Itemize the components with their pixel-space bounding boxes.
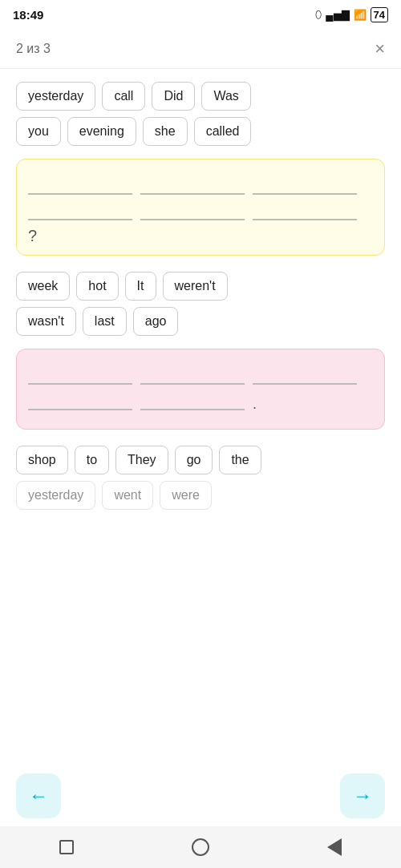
back-nav-button[interactable]: [322, 835, 346, 859]
chips-row-3: week hot It weren't: [16, 272, 385, 301]
chips-row-1: yesterday call Did Was: [16, 82, 385, 111]
slot-line-1c-top: [253, 172, 357, 195]
chip-the[interactable]: the: [219, 446, 261, 474]
close-button[interactable]: ×: [375, 38, 385, 59]
slot-line-2a-top: [28, 362, 132, 385]
slot-line-2c-top: [253, 362, 357, 385]
status-bar: 18:49 ⬯ ▄▅▇ 📶 74: [0, 0, 401, 29]
chip-last[interactable]: last: [83, 307, 127, 336]
recents-button[interactable]: [55, 835, 79, 859]
chips-row-2: you evening she called: [16, 117, 385, 146]
chip-called[interactable]: called: [194, 117, 252, 146]
android-nav-bar: [0, 826, 401, 868]
chip-was[interactable]: Was: [201, 82, 250, 111]
answer-box-1: ?: [16, 159, 385, 256]
chip-go[interactable]: go: [175, 446, 213, 474]
chip-did[interactable]: Did: [152, 82, 195, 111]
forward-button[interactable]: →: [340, 773, 385, 818]
nav-bar: 2 из 3 ×: [0, 29, 401, 69]
slots-row-2: .: [28, 362, 373, 413]
bluetooth-icon: ⬯: [315, 8, 322, 21]
chip-week[interactable]: week: [16, 272, 70, 301]
status-time: 18:49: [13, 8, 43, 22]
square-icon: [59, 840, 74, 854]
status-icons: ⬯ ▄▅▇ 📶 74: [315, 7, 388, 22]
main-content: yesterday call Did Was you evening she c…: [0, 69, 401, 535]
chip-were[interactable]: were: [160, 481, 212, 510]
home-button[interactable]: [188, 835, 213, 859]
slot-line-2b-bot: [140, 393, 245, 410]
slot-line-2a-bot: [28, 393, 132, 410]
section3-chips: shop to They go the yesterday went were: [16, 446, 385, 510]
chips-row-4: wasn't last ago: [16, 307, 385, 336]
back-button[interactable]: ←: [16, 773, 61, 818]
chip-shop[interactable]: shop: [16, 446, 68, 474]
chip-it[interactable]: It: [125, 272, 156, 301]
chips-row-6: yesterday went were: [16, 481, 385, 510]
answer-box-2: .: [16, 349, 385, 430]
slot-line-1b-bot: [140, 203, 245, 220]
chip-you[interactable]: you: [16, 117, 61, 146]
slot-1a: [28, 172, 132, 220]
chip-wasnt[interactable]: wasn't: [16, 307, 76, 336]
triangle-icon: [327, 838, 342, 856]
chip-hot[interactable]: hot: [76, 272, 118, 301]
battery-indicator: 74: [371, 7, 388, 22]
chip-went[interactable]: went: [102, 481, 153, 510]
chip-yesterday2[interactable]: yesterday: [16, 481, 95, 510]
slot-line-1b-top: [140, 172, 245, 195]
signal-icon: ▄▅▇: [326, 9, 349, 21]
chip-call[interactable]: call: [102, 82, 145, 111]
chip-ago[interactable]: ago: [133, 307, 179, 336]
slot-line-1c-bot: [253, 203, 357, 220]
question-mark: ?: [28, 227, 373, 245]
wifi-icon: 📶: [354, 9, 367, 21]
slot-1b: [140, 172, 245, 220]
chip-to[interactable]: to: [75, 446, 109, 474]
slot-2b: [140, 362, 245, 413]
slot-1c: [253, 172, 357, 220]
bottom-nav: ← →: [0, 765, 401, 826]
period: .: [253, 396, 357, 413]
chip-yesterday[interactable]: yesterday: [16, 82, 95, 111]
slots-row-1: [28, 172, 373, 220]
chip-they[interactable]: They: [115, 446, 168, 474]
slot-line-1a-bot: [28, 203, 132, 220]
slot-line-2b-top: [140, 362, 245, 385]
chip-evening[interactable]: evening: [67, 117, 136, 146]
slot-line-1a-top: [28, 172, 132, 195]
slot-2c: .: [253, 362, 357, 413]
slot-2a: [28, 362, 132, 413]
section1-chips: yesterday call Did Was you evening she c…: [16, 82, 385, 146]
section2-chips: week hot It weren't wasn't last ago: [16, 272, 385, 336]
chip-werent[interactable]: weren't: [163, 272, 228, 301]
exercise-counter: 2 из 3: [16, 42, 51, 56]
chips-row-5: shop to They go the: [16, 446, 385, 474]
chip-she[interactable]: she: [143, 117, 188, 146]
circle-icon: [192, 838, 209, 856]
